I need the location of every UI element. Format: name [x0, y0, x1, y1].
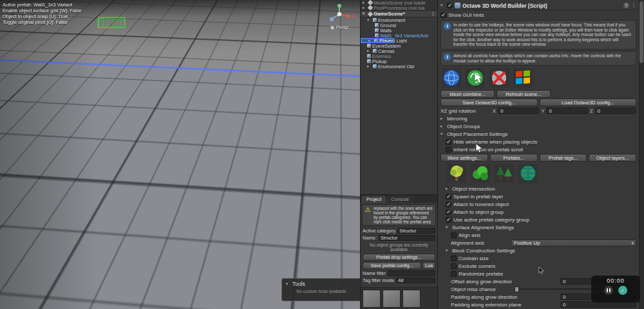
inspector-scrollbar[interactable]	[639, 0, 644, 309]
mesh-combine-button[interactable]: Mesh combine...	[440, 90, 495, 98]
toggle-align-axis[interactable]: Align axis	[451, 231, 636, 239]
view-mode-label[interactable]: Persp	[336, 24, 349, 30]
confirm-button[interactable]: ✓	[618, 286, 627, 295]
active-category-dropdown[interactable]: Structur	[397, 228, 435, 234]
tab-project[interactable]: Project	[362, 196, 386, 203]
prefab-drop-settings-button[interactable]: Prefab drop settings...	[363, 254, 435, 261]
name-filter-input[interactable]	[388, 270, 435, 276]
z-rotation-input[interactable]: 0	[595, 108, 636, 114]
tag-filter-dropdown[interactable]: All	[396, 277, 435, 283]
checkbox[interactable]	[446, 194, 451, 200]
object-layers-button[interactable]: Object layers...	[589, 154, 636, 162]
checkbox[interactable]	[446, 201, 451, 207]
hierarchy-item-walls[interactable]: Walls	[361, 28, 437, 33]
foldout-block-construction[interactable]: Block Construction Settings	[446, 247, 636, 254]
checkbox[interactable]	[446, 139, 451, 145]
scene-header-row[interactable]: GameScene* ⋮	[361, 10, 437, 17]
hierarchy-item-eventsystem[interactable]: EventSystem	[361, 43, 437, 48]
foldout-object-placement-settings[interactable]: Object Placement Settings	[440, 130, 636, 138]
toggle-attach-hovered[interactable]: Attach to hovered object	[446, 200, 636, 208]
foldout-mirroring[interactable]: Mirroring	[440, 115, 636, 122]
pine-trees-icon[interactable]	[495, 164, 514, 183]
unloaded-scene-row[interactable]: ModelsScene (not loade	[361, 0, 437, 5]
foldout-object-intersection[interactable]: Object Intersection	[446, 185, 636, 192]
more-settings-button[interactable]: More settings...	[440, 154, 488, 162]
checkbox[interactable]	[451, 271, 457, 277]
prefab-thumbnail[interactable]	[383, 290, 401, 308]
chevron-down-icon[interactable]	[440, 3, 445, 8]
slider-knob[interactable]	[515, 286, 519, 292]
prefab-thumbnail[interactable]	[402, 290, 421, 308]
red-delete-mesh-icon[interactable]	[489, 68, 509, 88]
x-rotation-input[interactable]: 0	[498, 108, 539, 114]
alignment-axis-dropdown[interactable]: Positive Up	[511, 239, 636, 247]
offset-grow-label: Offset along grow direction	[451, 279, 558, 285]
hierarchy-item-enemies[interactable]: Enemies	[361, 53, 437, 59]
item-label: EventSystem	[372, 43, 401, 48]
persp-cube-icon[interactable]	[330, 26, 334, 30]
scrollbar-thumb[interactable]	[639, 1, 643, 63]
chevron-down-icon[interactable]	[286, 282, 290, 286]
chevron-right-icon[interactable]	[367, 64, 372, 69]
toggle-contrain-size[interactable]: Contrain size	[451, 254, 636, 262]
chevron-right-icon[interactable]	[367, 49, 372, 53]
hierarchy-item-environment[interactable]: Environment	[361, 17, 437, 23]
component-enabled-checkbox[interactable]	[447, 3, 453, 8]
checkbox[interactable]	[440, 12, 446, 18]
prefab-tags-button[interactable]: Prefab tags...	[540, 154, 587, 162]
load-prefab-config-button[interactable]: Loa	[422, 262, 435, 269]
category-name-input[interactable]: Structur	[379, 235, 435, 241]
checkbox[interactable]	[446, 217, 451, 223]
scene-view[interactable]: Active prefab: Wall1_3x3 Variant Enable …	[0, 0, 361, 309]
help-icon[interactable]: ?	[623, 3, 629, 8]
miss-chance-label: Object miss chance	[451, 286, 513, 292]
scene-orientation-gizmo[interactable]: x Persp	[325, 3, 354, 30]
load-octave3d-config-button[interactable]: Load Octave3D config...	[540, 98, 637, 106]
toggle-attach-object-group[interactable]: Attach to object group	[446, 208, 636, 216]
prefab-thumbnail[interactable]	[363, 290, 381, 308]
checkbox[interactable]	[446, 209, 451, 215]
chevron-right-icon[interactable]	[363, 6, 367, 10]
y-rotation-input[interactable]: 0	[546, 108, 587, 114]
foldout-surface-alignment[interactable]: Surface Alignment Settings	[446, 223, 636, 231]
scene-menu-icon[interactable]: ⋮	[431, 12, 437, 17]
chevron-down-icon[interactable]	[363, 12, 367, 16]
hierarchy-item-pickup[interactable]: Pickup	[361, 59, 437, 64]
terrain-grid-icon[interactable]	[518, 164, 538, 183]
foldout-object-groups[interactable]: Object Groups	[440, 122, 636, 130]
checkbox[interactable]	[451, 263, 457, 269]
chevron-right-icon[interactable]	[368, 39, 373, 43]
tools-overlay-panel[interactable]: Tools No custom tools available	[281, 278, 361, 301]
tab-console[interactable]: Console	[386, 196, 413, 203]
toggle-show-gui-hints[interactable]: Show GUI hints	[440, 11, 636, 19]
colored-window-icon[interactable]	[513, 68, 533, 88]
toggle-exclude-corners[interactable]: Exclude corners	[451, 262, 636, 270]
chevron-right-icon[interactable]	[363, 1, 367, 5]
toggle-hide-wireframe[interactable]: Hide wireframe when placing objects	[446, 138, 636, 145]
unloaded-scene-row[interactable]: PostProcessing (not loa	[361, 5, 437, 10]
green-select-icon[interactable]	[466, 68, 485, 88]
yellow-tree-icon[interactable]	[447, 164, 466, 183]
mesh-sphere-icon[interactable]	[442, 68, 461, 88]
checkbox[interactable]	[451, 232, 457, 238]
hierarchy-item-ground[interactable]: Ground	[361, 23, 437, 28]
gameobject-icon	[367, 44, 371, 48]
save-octave3d-config-button[interactable]: Save Octave3D config...	[440, 98, 538, 106]
checkbox[interactable]	[451, 256, 457, 261]
hierarchy-item-player[interactable]: Player	[361, 38, 394, 43]
hierarchy-item-canvas[interactable]: Canvas	[361, 48, 437, 53]
refresh-scene-button[interactable]: Refresh scene...	[497, 90, 551, 98]
checkbox[interactable]	[446, 147, 451, 153]
toggle-inherit-rotation[interactable]: Inherit rotation on prefab scroll	[446, 145, 636, 153]
save-prefab-config-button[interactable]: Save prefab config...	[363, 262, 421, 269]
hierarchy-item-wall-variant[interactable]: Wall1_3x3 Variant(Acti	[361, 33, 437, 38]
prefabs-button[interactable]: Prefabs...	[490, 154, 538, 162]
toggle-spawn-prefab-layer[interactable]: Spawn in prefab layer	[446, 192, 636, 200]
hierarchy-item-environment-old[interactable]: Environment Old	[361, 64, 437, 69]
green-bush-icon[interactable]	[471, 164, 490, 183]
component-header[interactable]: Octave 3D World Builder (Script) ? ⋮	[440, 1, 636, 10]
menu-icon[interactable]: ⋮	[631, 3, 636, 8]
pause-button[interactable]	[604, 286, 613, 295]
toggle-use-active-category[interactable]: Use active prefab category group	[446, 216, 636, 223]
chevron-down-icon[interactable]	[367, 18, 372, 23]
